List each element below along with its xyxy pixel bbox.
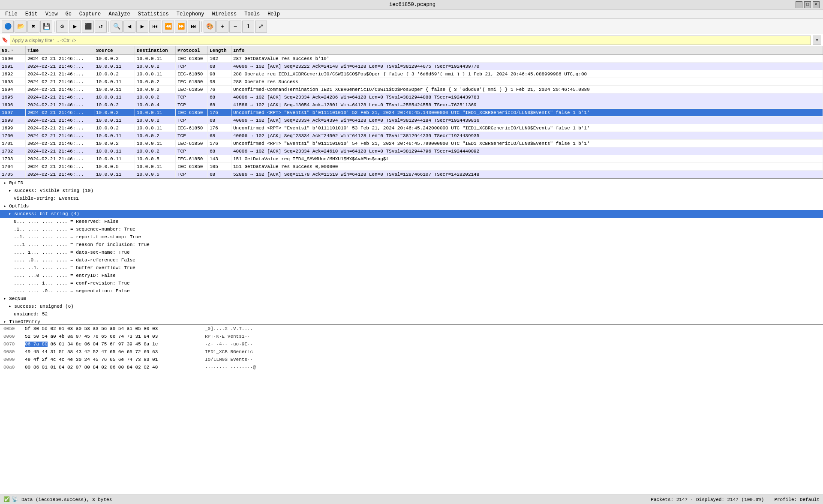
menu-item-analyze[interactable]: Analyze	[105, 10, 133, 18]
detail-pane[interactable]: ▸ RptID▸ success: visible-string (10)vis…	[0, 179, 823, 325]
menu-item-file[interactable]: File	[2, 10, 21, 18]
packet-cell: 1697	[0, 109, 26, 116]
menu-item-tools[interactable]: Tools	[241, 10, 263, 18]
packet-count: Packets: 2147 · Displayed: 2147 (100.0%)	[651, 497, 764, 502]
col-header-length[interactable]: Length	[208, 46, 231, 54]
start-capture[interactable]: ▶	[69, 21, 81, 33]
col-header-time[interactable]: Time	[26, 46, 94, 54]
detail-row[interactable]: ▸ success: visible-string (10)	[0, 187, 823, 195]
hex-ascii: RPT·K·E vents1··	[205, 333, 250, 340]
detail-row[interactable]: ..1. .... .... .... = report-time-stamp:…	[0, 233, 823, 241]
menu-item-view[interactable]: View	[42, 10, 61, 18]
table-row[interactable]: 16922024-02-21 21:46:...10.0.0.210.0.0.1…	[0, 70, 823, 78]
packet-cell: 10.0.0.2	[135, 86, 176, 93]
table-row[interactable]: 17002024-02-21 21:46:...10.0.0.1110.0.0.…	[0, 132, 823, 140]
menu-item-statistics[interactable]: Statistics	[135, 10, 172, 18]
table-row[interactable]: 16902024-02-21 21:46:...10.0.0.210.0.0.1…	[0, 55, 823, 63]
menu-item-wireless[interactable]: Wireless	[209, 10, 240, 18]
col-header-protocol[interactable]: Protocol	[176, 46, 208, 54]
detail-row[interactable]: .... ..1. .... .... = buffer-overflow: T…	[0, 264, 823, 272]
table-row[interactable]: 16932024-02-21 21:46:...10.0.0.1110.0.0.…	[0, 78, 823, 86]
filterbar: 🔖 ▾	[0, 34, 823, 46]
detail-row[interactable]: .1.. .... .... .... = sequence-number: T…	[0, 225, 823, 233]
table-row[interactable]: 16992024-02-21 21:46:...10.0.0.210.0.0.1…	[0, 124, 823, 132]
col-header-info[interactable]: Info	[231, 46, 823, 54]
go-last[interactable]: ⏭	[188, 21, 200, 33]
restart-capture[interactable]: ↺	[95, 21, 107, 33]
zoom-normal[interactable]: 1	[242, 21, 254, 33]
table-row[interactable]: 17032024-02-21 21:46:...10.0.0.1110.0.0.…	[0, 155, 823, 163]
detail-row[interactable]: .... 1... .... .... = data-set-name: Tru…	[0, 249, 823, 256]
detail-row[interactable]: .... .0.. .... .... = data-reference: Fa…	[0, 256, 823, 264]
stop-capture[interactable]: ⬛	[82, 21, 94, 33]
detail-row[interactable]: unsigned: 52	[0, 310, 823, 318]
detail-row[interactable]: .... ...0 .... .... = entryID: False	[0, 272, 823, 279]
menu-item-go[interactable]: Go	[62, 10, 75, 18]
detail-row[interactable]: ...1 .... .... .... = reason-for-inclusi…	[0, 241, 823, 249]
col-header-destination[interactable]: Destination	[135, 46, 176, 54]
go-forward[interactable]: ▶	[136, 21, 148, 33]
go-next[interactable]: ⏩	[175, 21, 187, 33]
menu-item-telephony[interactable]: Telephony	[173, 10, 208, 18]
packet-cell: 10.0.0.2	[135, 117, 176, 124]
new-capture-button[interactable]: 🔵	[2, 21, 14, 33]
go-first[interactable]: ⏮	[149, 21, 161, 33]
col-header-source[interactable]: Source	[94, 46, 135, 54]
detail-row[interactable]: visible-string: Events1	[0, 195, 823, 202]
resize-columns[interactable]: ⤢	[255, 21, 267, 33]
table-row[interactable]: 16952024-02-21 21:46:...10.0.0.1110.0.0.…	[0, 93, 823, 101]
detail-row[interactable]: ▸ OptFlds	[0, 202, 823, 210]
packet-cell: 1691	[0, 63, 26, 70]
menu-item-help[interactable]: Help	[264, 10, 283, 18]
table-row[interactable]: 17042024-02-21 21:46:...10.0.0.510.0.0.1…	[0, 163, 823, 171]
capture-options[interactable]: ⚙	[56, 21, 68, 33]
col-header-no[interactable]: No. ▾	[0, 46, 26, 54]
table-row[interactable]: 17012024-02-21 21:46:...10.0.0.210.0.0.1…	[0, 140, 823, 147]
table-row[interactable]: 16982024-02-21 21:46:...10.0.0.1110.0.0.…	[0, 117, 823, 124]
find-packet[interactable]: 🔍	[111, 21, 123, 33]
table-row[interactable]: 16962024-02-21 21:46:...10.0.0.210.0.0.4…	[0, 101, 823, 109]
close-button[interactable]: ×	[813, 1, 820, 8]
main-content: No. ▾ Time Source Destination Protocol L…	[0, 46, 823, 495]
packet-cell: 1694	[0, 86, 26, 93]
table-row[interactable]: 17022024-02-21 21:46:...10.0.0.1110.0.0.…	[0, 147, 823, 155]
minimize-button[interactable]: −	[796, 1, 802, 8]
colorize[interactable]: 🎨	[204, 21, 216, 33]
zoom-out[interactable]: −	[229, 21, 241, 33]
detail-row[interactable]: ▸ success: bit-string (4)	[0, 210, 823, 218]
filter-dropdown[interactable]: ▾	[813, 36, 821, 45]
open-button[interactable]: 📂	[15, 21, 27, 33]
detail-row[interactable]: ▸ SeqNum	[0, 295, 823, 303]
zoom-in[interactable]: +	[216, 21, 228, 33]
packet-cell: 10.0.0.5	[135, 171, 176, 178]
maximize-button[interactable]: □	[804, 1, 811, 8]
hex-ascii: IED1_XCB RGeneric	[205, 348, 253, 355]
packet-cell: TCP	[176, 117, 208, 124]
table-row[interactable]: 17052024-02-21 21:46:...10.0.0.1110.0.0.…	[0, 171, 823, 178]
hex-row: 0050 5f 30 5d 02 01 03 a0 58 a3 56 a0 54…	[0, 325, 823, 333]
close-button2[interactable]: ✖	[27, 21, 39, 33]
table-row[interactable]: 16912024-02-21 21:46:...10.0.0.1110.0.0.…	[0, 63, 823, 70]
hex-pane[interactable]: 0050 5f 30 5d 02 01 03 a0 58 a3 56 a0 54…	[0, 325, 823, 495]
detail-row[interactable]: .... .... .0.. .... = segmentation: Fals…	[0, 287, 823, 295]
packet-cell: 10.0.0.11	[135, 140, 176, 147]
menu-item-edit[interactable]: Edit	[22, 10, 41, 18]
go-prev[interactable]: ⏪	[162, 21, 174, 33]
detail-row[interactable]: ▸ TimeOfEntry	[0, 318, 823, 325]
save-button[interactable]: 💾	[40, 21, 52, 33]
detail-row[interactable]: ▸ RptID	[0, 179, 823, 187]
packet-cell: IEC-61850	[176, 55, 208, 62]
menu-item-capture[interactable]: Capture	[76, 10, 104, 18]
filter-input[interactable]	[10, 36, 811, 45]
go-back[interactable]: ◀	[123, 21, 135, 33]
table-row[interactable]: 16972024-02-21 21:46:...10.0.0.210.0.0.1…	[0, 109, 823, 117]
packet-cell: 68	[208, 147, 231, 155]
detail-row[interactable]: .... .... 1... .... = conf-revision: Tru…	[0, 279, 823, 287]
detail-row[interactable]: ▸ success: unsigned (6)	[0, 303, 823, 310]
packet-cell: 10.0.0.2	[135, 63, 176, 70]
packet-cell: 10.0.0.4	[135, 101, 176, 108]
packet-cell: 2024-02-21 21:46:...	[26, 147, 94, 155]
packet-list[interactable]: No. ▾ Time Source Destination Protocol L…	[0, 46, 823, 179]
detail-row[interactable]: 0... .... .... .... = Reserved: False	[0, 218, 823, 225]
table-row[interactable]: 16942024-02-21 21:46:...10.0.0.1110.0.0.…	[0, 86, 823, 93]
